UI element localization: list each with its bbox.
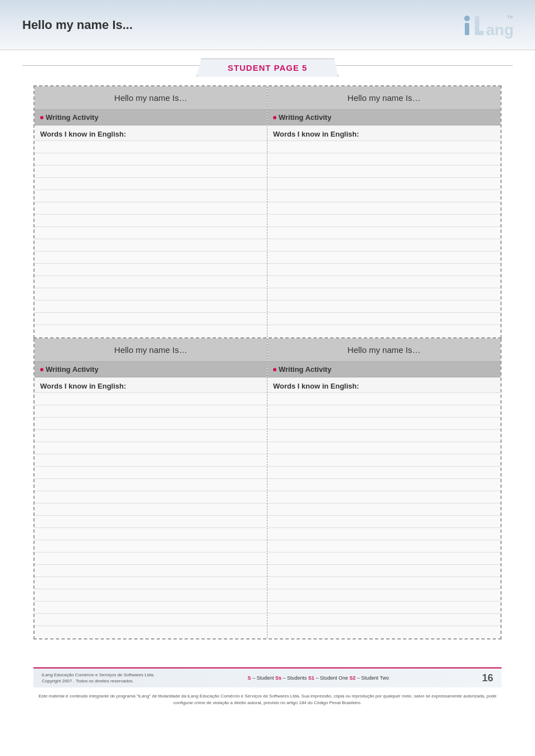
ruled-line	[268, 503, 500, 516]
ruled-line	[35, 540, 267, 553]
ruled-line	[268, 516, 500, 528]
ruled-line	[35, 313, 267, 325]
ruled-line	[35, 251, 267, 264]
ruled-line	[268, 577, 500, 589]
card-top-left-words: Words I know in English:	[35, 125, 267, 141]
ruled-line	[35, 479, 267, 491]
ruled-line	[35, 190, 267, 202]
ruled-line	[35, 553, 267, 565]
svg-rect-3	[475, 31, 484, 35]
ruled-line	[268, 215, 500, 227]
ruled-line	[35, 516, 267, 528]
ruled-line	[35, 301, 267, 313]
page-number: 16	[482, 672, 493, 684]
ruled-line	[35, 626, 267, 638]
ruled-line	[268, 202, 500, 215]
svg-text:TM: TM	[507, 14, 513, 20]
ruled-line	[268, 393, 500, 405]
activity-dot-icon	[273, 368, 276, 371]
ruled-line	[35, 565, 267, 577]
ruled-line	[35, 141, 267, 153]
ruled-line	[268, 614, 500, 626]
ruled-line	[35, 215, 267, 227]
footer-company: iLang Educação Comércio e Serviços de So…	[42, 672, 154, 684]
ruled-line	[35, 614, 267, 626]
ruled-line	[268, 479, 500, 491]
ruled-line	[268, 153, 500, 166]
ruled-line	[35, 602, 267, 614]
ruled-line	[268, 276, 500, 288]
ruled-line	[35, 202, 267, 215]
ruled-line	[268, 190, 500, 202]
ruled-line	[268, 589, 500, 602]
ruled-line	[35, 288, 267, 301]
card-top-right: Hello my name Is… Writing Activity Words…	[268, 86, 500, 337]
ruled-line	[268, 491, 500, 503]
ruled-line	[268, 264, 500, 276]
card-bottom-left-title: Hello my name Is…	[35, 338, 267, 362]
ruled-line	[35, 454, 267, 467]
ruled-line	[35, 577, 267, 589]
footer-info-bar: iLang Educação Comércio e Serviços de So…	[33, 667, 502, 687]
ruled-line	[268, 405, 500, 418]
activity-dot-icon	[40, 116, 43, 119]
ruled-line	[268, 141, 500, 153]
card-bottom-left-lines	[35, 393, 267, 638]
ruled-line	[35, 325, 267, 337]
ruled-line	[35, 491, 267, 503]
top-card-row: Hello my name Is… Writing Activity Words…	[33, 85, 502, 338]
ruled-line	[35, 467, 267, 479]
ilang-logo: ang TM	[457, 12, 513, 38]
ruled-line	[268, 442, 500, 454]
card-top-left-activity: Writing Activity	[35, 110, 267, 125]
ruled-line	[268, 602, 500, 614]
ruled-line	[35, 227, 267, 239]
ruled-line	[268, 227, 500, 239]
ruled-line	[268, 239, 500, 251]
ruled-line	[268, 430, 500, 442]
ruled-line	[268, 178, 500, 190]
card-bottom-left-activity: Writing Activity	[35, 362, 267, 377]
ruled-line	[268, 325, 500, 337]
footer-legend: S – Student Ss – Students S1 – Student O…	[247, 675, 389, 681]
page-title: Hello my name Is...	[22, 18, 133, 32]
card-top-left-title: Hello my name Is…	[35, 86, 267, 110]
ruled-line	[268, 288, 500, 301]
card-bottom-right-words: Words I know in English:	[268, 377, 500, 393]
activity-dot-icon	[273, 116, 276, 119]
ruled-line	[268, 528, 500, 540]
ruled-line	[268, 540, 500, 553]
ruled-line	[268, 301, 500, 313]
activity-dot-icon	[40, 368, 43, 371]
ruled-line	[35, 264, 267, 276]
subtitle-label: STUDENT PAGE 5	[228, 63, 308, 72]
svg-point-0	[464, 16, 470, 21]
svg-rect-1	[465, 23, 469, 35]
card-bottom-right-lines	[268, 393, 500, 638]
ruled-line	[35, 528, 267, 540]
ruled-line	[35, 503, 267, 516]
ruled-line	[35, 178, 267, 190]
ruled-line	[268, 565, 500, 577]
ruled-line	[35, 276, 267, 288]
footer-region: iLang Educação Comércio e Serviços de So…	[33, 667, 502, 687]
ruled-line	[35, 442, 267, 454]
card-bottom-right: Hello my name Is… Writing Activity Words…	[268, 338, 500, 638]
ruled-line	[268, 166, 500, 178]
ruled-line	[35, 166, 267, 178]
card-bottom-right-title: Hello my name Is…	[268, 338, 500, 362]
ruled-line	[268, 467, 500, 479]
ruled-line	[35, 239, 267, 251]
ruled-line	[35, 418, 267, 430]
card-top-left: Hello my name Is… Writing Activity Words…	[35, 86, 268, 337]
ruled-line	[35, 393, 267, 405]
ruled-line	[268, 454, 500, 467]
ruled-line	[268, 313, 500, 325]
card-top-right-words: Words I know in English:	[268, 125, 500, 141]
ruled-line	[35, 430, 267, 442]
card-top-right-activity: Writing Activity	[268, 110, 500, 125]
main-content: Hello my name Is… Writing Activity Words…	[0, 80, 535, 651]
ruled-line	[35, 589, 267, 602]
card-bottom-left-words: Words I know in English:	[35, 377, 267, 393]
card-bottom-left: Hello my name Is… Writing Activity Words…	[35, 338, 268, 638]
